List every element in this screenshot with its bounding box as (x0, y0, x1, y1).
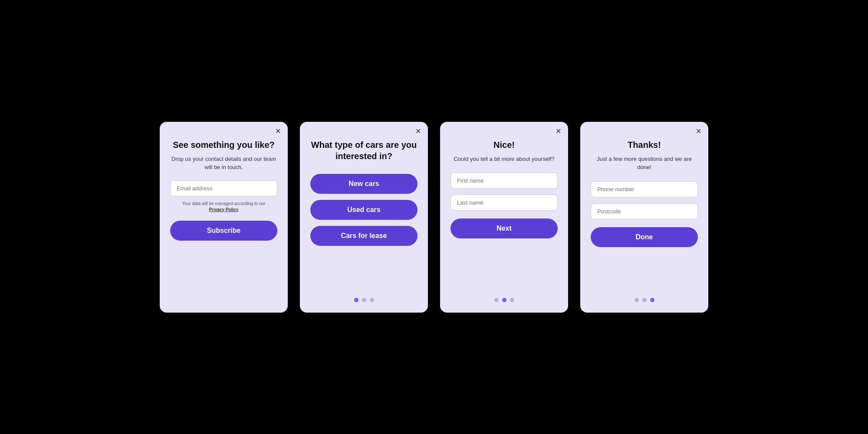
card2-title: What type of cars are you interested in? (310, 139, 418, 162)
subscribe-button[interactable]: Subscribe (170, 221, 277, 241)
thanks-form: Done (591, 172, 698, 302)
close-button-card1[interactable]: ✕ (275, 128, 281, 135)
dot-2 (642, 298, 647, 302)
postcode-input[interactable] (591, 203, 698, 219)
card4-subtitle: Just a few more questions and we are don… (591, 155, 698, 172)
dot-3 (650, 298, 654, 302)
card4-title: Thanks! (628, 139, 661, 150)
new-cars-button[interactable]: New cars (310, 174, 418, 194)
dot-2 (362, 298, 366, 302)
close-button-card2[interactable]: ✕ (415, 128, 421, 135)
close-button-card4[interactable]: ✕ (696, 128, 701, 135)
dot-1 (494, 298, 499, 302)
card-personal-info: ✕ Nice! Could you tell a bit more about … (440, 122, 568, 313)
privacy-policy-link[interactable]: Privacy Policy (209, 207, 239, 212)
cars-for-lease-button[interactable]: Cars for lease (310, 226, 418, 246)
card-subscribe: ✕ See something you like? Drop us your c… (160, 122, 288, 313)
personal-form: Next (450, 163, 558, 302)
dot-1 (635, 298, 639, 302)
dot-2 (502, 298, 506, 302)
dot-3 (510, 298, 514, 302)
card3-subtitle: Could you tell a bit more about yourself… (454, 155, 555, 163)
progress-dots-card3 (450, 287, 558, 302)
progress-dots-card2 (310, 287, 418, 302)
dot-3 (370, 298, 374, 302)
next-button[interactable]: Next (450, 219, 558, 238)
card-car-type: ✕ What type of cars are you interested i… (300, 122, 428, 313)
privacy-text: Your data will be managed according to o… (182, 201, 266, 213)
card1-subtitle: Drop us your contact details and our tea… (170, 155, 277, 172)
used-cars-button[interactable]: Used cars (310, 200, 418, 220)
car-type-options: New cars Used cars Cars for lease (310, 162, 418, 302)
card1-title: See something you like? (173, 139, 275, 150)
email-input[interactable] (170, 180, 277, 196)
card-thanks: ✕ Thanks! Just a few more questions and … (580, 122, 708, 313)
card3-title: Nice! (493, 139, 515, 150)
phone-input[interactable] (591, 181, 698, 197)
firstname-input[interactable] (450, 173, 558, 189)
done-button[interactable]: Done (591, 227, 698, 247)
close-button-card3[interactable]: ✕ (556, 128, 561, 135)
progress-dots-card4 (591, 287, 698, 302)
dot-1 (354, 298, 358, 302)
lastname-input[interactable] (450, 195, 558, 211)
